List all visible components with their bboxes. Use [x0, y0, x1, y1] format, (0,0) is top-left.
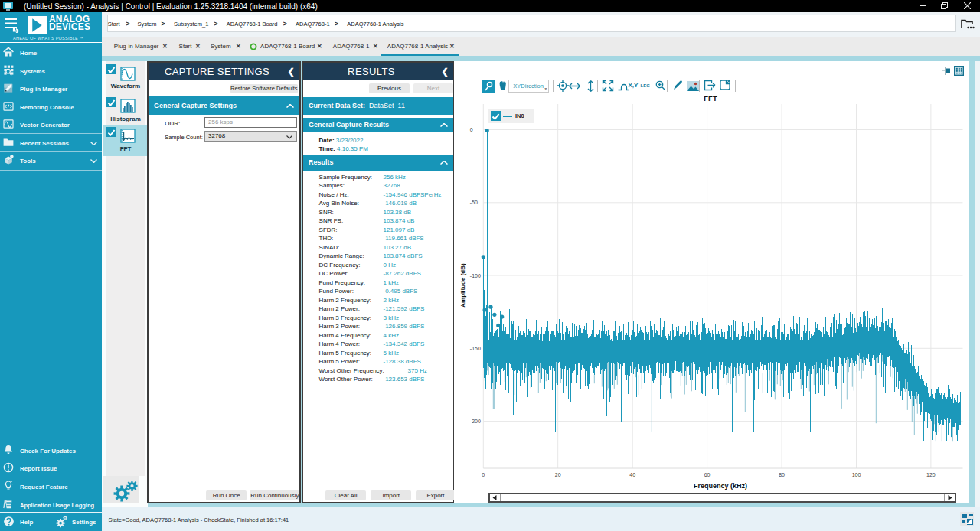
svg-text:40: 40 — [629, 472, 635, 477]
svg-text:-150: -150 — [470, 346, 481, 351]
svg-text:80: 80 — [779, 472, 785, 477]
svg-text:-100: -100 — [470, 273, 481, 279]
svg-text:60: 60 — [704, 472, 710, 477]
svg-text:100: 100 — [852, 472, 861, 477]
svg-text:120: 120 — [926, 472, 936, 477]
svg-text:0: 0 — [470, 127, 473, 132]
svg-text:-200: -200 — [470, 419, 481, 424]
svg-text:20: 20 — [555, 472, 561, 477]
svg-text:Frequency (kHz): Frequency (kHz) — [694, 482, 747, 490]
svg-text:Amplitude (dB): Amplitude (dB) — [459, 263, 466, 308]
svg-text:-50: -50 — [470, 200, 478, 205]
svg-text:0: 0 — [482, 472, 485, 477]
